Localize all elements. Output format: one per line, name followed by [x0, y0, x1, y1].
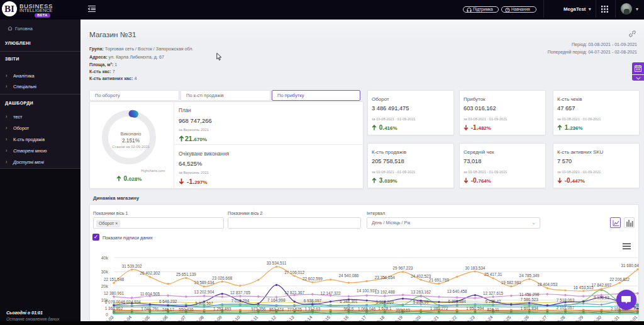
- svg-text:22 602,599: 22 602,599: [303, 277, 323, 281]
- svg-text:6 646,232: 6 646,232: [159, 299, 177, 304]
- svg-text:1 065,046: 1 065,046: [358, 307, 376, 311]
- svg-text:7 586,523: 7 586,523: [520, 297, 538, 302]
- svg-text:1 312,63: 1 312,63: [304, 307, 320, 311]
- svg-text:7 164,998: 7 164,998: [267, 298, 286, 302]
- svg-text:6 289,42: 6 289,42: [486, 299, 501, 304]
- svg-text:1 253,463: 1 253,463: [213, 307, 231, 311]
- svg-text:7 019,294: 7 019,294: [231, 299, 250, 303]
- svg-text:1 678,1: 1 678,1: [378, 306, 392, 311]
- svg-text:29 967,223: 29 967,223: [393, 266, 413, 270]
- svg-text:777,525: 777,525: [287, 307, 303, 312]
- svg-text:748,17: 748,17: [162, 307, 174, 312]
- svg-text:1 601,834: 1 601,834: [520, 306, 538, 311]
- svg-text:1 046,791: 1 046,791: [141, 307, 159, 311]
- svg-text:23 026,668: 23 026,668: [212, 276, 232, 280]
- svg-text:30k: 30k: [101, 270, 109, 274]
- svg-text:27 106,012: 27 106,012: [284, 270, 304, 275]
- svg-text:13 202,904: 13 202,904: [194, 290, 214, 294]
- svg-text:5 967,269: 5 967,269: [376, 300, 394, 304]
- svg-text:21 691,769: 21 691,769: [429, 278, 449, 282]
- svg-text:5 300,567: 5 300,567: [195, 301, 213, 305]
- svg-text:24 540,086: 24 540,086: [338, 273, 358, 278]
- svg-text:973,356: 973,356: [251, 307, 266, 311]
- svg-text:2,02: 2,02: [634, 305, 639, 310]
- svg-text:12 327,615: 12 327,615: [483, 291, 503, 295]
- svg-text:399,169: 399,169: [396, 308, 411, 312]
- svg-text:6 388,884: 6 388,884: [448, 299, 466, 304]
- svg-text:826,11: 826,11: [487, 307, 500, 312]
- svg-text:6 938,097: 6 938,097: [304, 299, 322, 303]
- svg-text:5 894,99: 5 894,99: [413, 300, 429, 304]
- svg-text:11 451,298: 11 451,298: [519, 292, 540, 297]
- svg-text:30 183,534: 30 183,534: [465, 266, 485, 270]
- svg-text:25 651,139: 25 651,139: [176, 272, 196, 277]
- svg-text:1 366,862: 1 366,862: [105, 306, 123, 311]
- svg-text:22 151,548: 22 151,548: [104, 277, 124, 282]
- svg-text:6 078,004: 6 078,004: [105, 300, 123, 304]
- svg-text:12 837,765: 12 837,765: [230, 290, 250, 295]
- svg-text:19 682,981: 19 682,981: [501, 280, 521, 285]
- svg-text:?: ?: [506, 8, 508, 12]
- svg-text:19 589,634: 19 589,634: [194, 280, 214, 285]
- svg-text:14 100,937: 14 100,937: [357, 288, 377, 293]
- svg-text:9 128,63: 9 128,63: [594, 295, 609, 300]
- svg-text:13 263,162: 13 263,162: [411, 290, 431, 294]
- svg-text:863,474: 863,474: [269, 307, 284, 312]
- svg-text:11 604,505: 11 604,505: [140, 292, 160, 296]
- svg-text:23 356,654: 23 356,654: [375, 275, 395, 280]
- svg-text:18 404,053: 18 404,053: [537, 282, 557, 287]
- svg-text:16 453,515: 16 453,515: [574, 285, 594, 290]
- svg-text:6 024,934: 6 024,934: [123, 300, 141, 304]
- svg-text:12 147,322: 12 147,322: [321, 291, 341, 295]
- svg-text:24 402,523: 24 402,523: [411, 274, 431, 278]
- svg-text:6 348,301: 6 348,301: [340, 299, 358, 304]
- svg-text:0: 0: [106, 312, 108, 317]
- svg-text:7 518,063: 7 518,063: [557, 298, 575, 302]
- svg-text:1 650,594: 1 650,594: [466, 306, 484, 311]
- svg-text:1 389,272: 1 389,272: [430, 306, 448, 311]
- svg-text:966,6: 966,6: [343, 307, 353, 311]
- svg-text:20k: 20k: [101, 284, 109, 288]
- svg-text:40k: 40k: [101, 256, 109, 260]
- svg-text:24 785,349: 24 785,349: [519, 273, 540, 278]
- svg-text:2 101,057: 2 101,057: [557, 305, 575, 310]
- svg-text:31 680,64: 31 680,64: [621, 263, 639, 268]
- svg-text:31 539,202: 31 539,202: [122, 264, 142, 268]
- svg-text:22 206,822: 22 206,822: [609, 277, 630, 282]
- svg-text:13 640,458: 13 640,458: [447, 289, 467, 294]
- svg-text:17 842,697: 17 842,697: [591, 283, 611, 287]
- svg-text:13 192,488: 13 192,488: [375, 290, 395, 294]
- svg-text:26 402,302: 26 402,302: [140, 271, 160, 275]
- svg-text:25 417,31: 25 417,31: [484, 272, 502, 277]
- svg-text:33 534,511: 33 534,511: [267, 261, 287, 265]
- svg-text:12 380,961: 12 380,961: [104, 291, 124, 295]
- svg-text:12 821,367: 12 821,367: [284, 290, 304, 295]
- svg-text:550,436: 550,436: [179, 307, 194, 312]
